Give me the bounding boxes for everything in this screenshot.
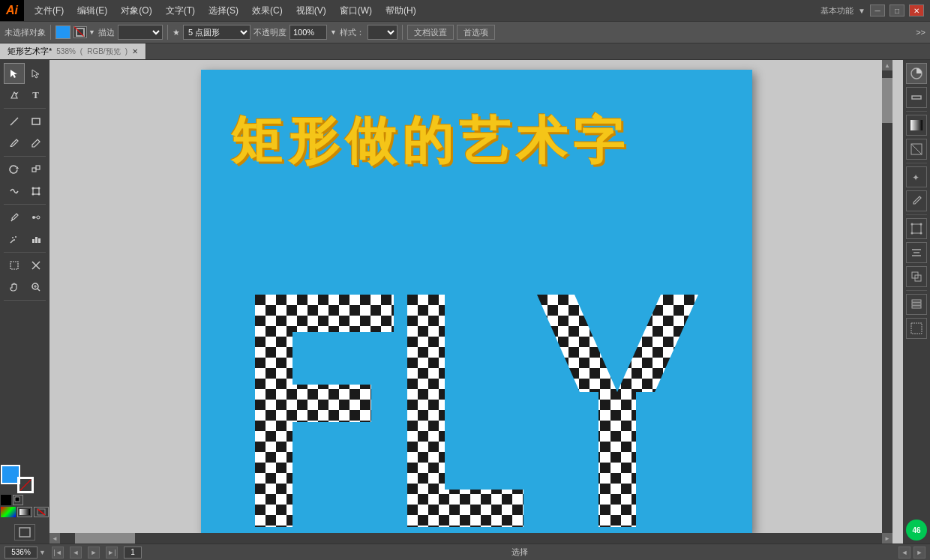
scroll-track: [882, 70, 892, 533]
horizontal-scrollbar[interactable]: ◄ ►: [50, 533, 892, 544]
main-area: T: [0, 60, 930, 544]
scroll-left-button[interactable]: ◄: [50, 533, 60, 544]
artboard-tool[interactable]: [4, 255, 25, 276]
symbol-tool[interactable]: [4, 229, 25, 250]
tool-separator-2: [4, 156, 46, 157]
fill-color-swatch[interactable]: [56, 25, 70, 39]
pathfinder-panel-icon[interactable]: [906, 266, 927, 287]
zoom-input[interactable]: [4, 547, 38, 559]
workspace-selector[interactable]: 基本功能: [820, 5, 854, 16]
opacity-arrow[interactable]: ▼: [330, 28, 337, 36]
point-type-select[interactable]: 5 点圆形: [183, 25, 250, 40]
gradient-panel-icon[interactable]: [906, 115, 927, 136]
status-next[interactable]: ►: [914, 547, 926, 559]
svg-point-9: [38, 187, 40, 190]
maximize-button[interactable]: □: [890, 4, 904, 16]
line-tool[interactable]: [4, 111, 25, 132]
tool-row-10: [4, 277, 46, 298]
stroke-arrow[interactable]: ▼: [88, 28, 95, 36]
paintbrush-tool[interactable]: [4, 133, 25, 154]
free-transform-tool[interactable]: [26, 181, 46, 202]
menu-file[interactable]: 文件(F): [28, 1, 70, 20]
status-text: 选择: [148, 547, 892, 558]
svg-point-14: [37, 216, 40, 219]
tool-row-5: [4, 159, 46, 180]
stroke-color-swatch[interactable]: [74, 26, 87, 38]
vertical-scrollbar[interactable]: ▲ ▼: [882, 60, 892, 544]
swap-colors-icon[interactable]: [1, 495, 11, 505]
layers-panel-icon[interactable]: [906, 294, 927, 315]
artboards-panel-icon[interactable]: [906, 318, 927, 339]
brushes-panel-icon[interactable]: [906, 190, 927, 211]
toolbar-more[interactable]: >>: [916, 28, 926, 37]
minimize-button[interactable]: ─: [870, 4, 885, 16]
svg-line-61: [911, 144, 922, 154]
align-panel-icon[interactable]: [906, 242, 927, 263]
menu-text[interactable]: 文字(T): [160, 1, 201, 20]
menu-select[interactable]: 选择(S): [202, 1, 244, 20]
next-page-button[interactable]: ►: [88, 547, 100, 559]
rectangle-tool[interactable]: [26, 111, 46, 132]
gradient-icon[interactable]: [17, 507, 32, 517]
color-panel-icon[interactable]: [906, 63, 927, 84]
document-tab[interactable]: 矩形艺术字* 538% ( RGB/预览 ) ✕: [0, 43, 146, 59]
warp-tool[interactable]: [4, 181, 25, 202]
style-select[interactable]: [368, 25, 398, 40]
transform-panel-icon[interactable]: [906, 218, 927, 239]
stroke-panel-icon[interactable]: [906, 87, 927, 108]
no-fill-icon[interactable]: [34, 507, 49, 517]
stroke-color-indicator[interactable]: [17, 477, 34, 493]
tab-close-icon[interactable]: ✕: [132, 47, 138, 55]
scroll-thumb[interactable]: [882, 78, 892, 123]
screen-mode[interactable]: [14, 524, 35, 541]
direct-selection-tool[interactable]: [26, 63, 46, 84]
type-tool[interactable]: T: [26, 85, 46, 106]
opacity-input[interactable]: [290, 25, 327, 40]
pencil-tool[interactable]: [26, 133, 46, 154]
zoom-arrow[interactable]: ▼: [39, 549, 46, 556]
menu-view[interactable]: 视图(V): [290, 1, 332, 20]
symbols-panel-icon[interactable]: ✦: [906, 166, 927, 187]
window-controls: 基本功能 ▼ ─ □ ✕: [820, 4, 930, 16]
tool-row-7: [4, 207, 46, 228]
svg-rect-41: [255, 295, 394, 527]
menu-object[interactable]: 对象(O): [115, 1, 158, 20]
preferences-button[interactable]: 首选项: [457, 25, 495, 40]
eyedropper-tool[interactable]: [4, 207, 25, 228]
creative-cloud-icon[interactable]: 46: [906, 520, 927, 541]
pen-tool[interactable]: [4, 85, 25, 106]
last-page-button[interactable]: ►|: [106, 547, 118, 559]
svg-rect-59: [910, 120, 922, 130]
zoom-tool[interactable]: [26, 277, 46, 298]
scroll-up-button[interactable]: ▲: [882, 60, 892, 70]
menu-effect[interactable]: 效果(C): [246, 1, 289, 20]
stroke-style-select[interactable]: [118, 25, 163, 40]
doc-settings-button[interactable]: 文档设置: [407, 25, 454, 40]
rotate-tool[interactable]: [4, 159, 25, 180]
status-prev[interactable]: ◄: [898, 547, 910, 559]
svg-rect-6: [36, 166, 40, 169]
scale-tool[interactable]: [26, 159, 46, 180]
blend-tool[interactable]: [26, 207, 46, 228]
page-input[interactable]: [124, 547, 142, 559]
h-scroll-thumb[interactable]: [75, 533, 135, 544]
selection-tool[interactable]: [4, 63, 25, 84]
menu-edit[interactable]: 编辑(E): [71, 1, 113, 20]
menu-window[interactable]: 窗口(W): [334, 1, 378, 20]
graph-tool[interactable]: [26, 229, 46, 250]
svg-point-67: [920, 232, 922, 235]
menu-help[interactable]: 帮助(H): [380, 1, 422, 20]
slice-tool[interactable]: [26, 255, 46, 276]
scroll-right-button[interactable]: ►: [882, 533, 892, 544]
prev-page-button[interactable]: ◄: [70, 547, 82, 559]
close-button[interactable]: ✕: [909, 4, 924, 16]
svg-rect-5: [32, 168, 36, 172]
toolbar: 未选择对象 ▼ 描边 ★ 5 点圆形 不透明度 ▼ 样式： 文档设置 首选项 >…: [0, 21, 930, 43]
color-mode-icon[interactable]: [1, 507, 16, 517]
default-colors-icon[interactable]: [13, 495, 23, 505]
hand-tool[interactable]: [4, 277, 25, 298]
first-page-button[interactable]: |◄: [52, 547, 64, 559]
opacity-label: 不透明度: [254, 27, 286, 38]
tool-row-3: [4, 111, 46, 132]
transparency-panel-icon[interactable]: [906, 139, 927, 160]
